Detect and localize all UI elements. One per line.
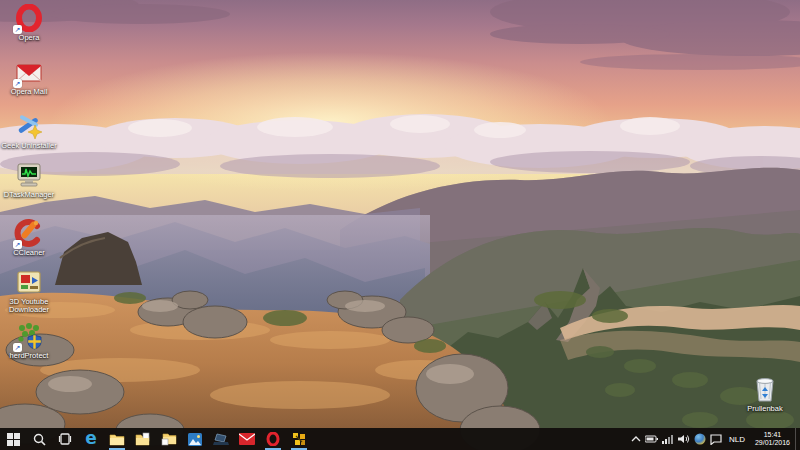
taskbar-laptop-app-button[interactable] — [208, 428, 234, 450]
speaker-icon — [678, 434, 690, 444]
network-signal-icon — [662, 434, 674, 444]
taskbar-photos-button[interactable] — [182, 428, 208, 450]
task-view-button[interactable] — [52, 428, 78, 450]
taskbar-left-group: e — [0, 428, 312, 450]
battery-tray-button[interactable] — [644, 428, 660, 450]
photos-icon — [188, 433, 202, 446]
start-button[interactable] — [0, 428, 26, 450]
desktop-icon-geek-uninstaller[interactable]: Geek Uninstaller — [0, 111, 58, 150]
show-desktop-button[interactable] — [795, 428, 800, 450]
desktop-icon-ccleaner[interactable]: ↗ CCleaner — [0, 218, 58, 257]
dtaskmanager-icon — [14, 160, 44, 190]
herdprotect-icon: ↗ — [14, 321, 44, 351]
desktop-icon-label: CCleaner — [13, 249, 45, 257]
taskbar-opera-mail-button[interactable] — [234, 428, 260, 450]
taskbar-opera-button[interactable] — [260, 428, 286, 450]
taskbar-file-explorer-button[interactable] — [104, 428, 130, 450]
desktop-icon-label: Prullenbak — [747, 405, 782, 413]
battery-icon — [645, 435, 658, 443]
desktop-icon-label: herdProtect — [10, 352, 49, 360]
shortcut-arrow-icon: ↗ — [13, 79, 22, 88]
wallpaper-art — [0, 0, 800, 450]
desktop-icon-3d-youtube-downloader[interactable]: 3D Youtube Downloader — [0, 267, 58, 314]
folder-documents-icon — [135, 432, 151, 446]
taskbar-folder-documents-button[interactable] — [130, 428, 156, 450]
color-ball-app-tray-button[interactable] — [692, 428, 708, 450]
clock-time: 15:41 — [755, 431, 790, 439]
taskbar-clock[interactable]: 15:41 29/01/2016 — [750, 428, 795, 450]
desktop-icon-label: 3D Youtube Downloader — [0, 298, 58, 314]
mail-icon — [239, 433, 255, 445]
desktop-icon-opera[interactable]: ↗ Opera — [0, 3, 58, 42]
file-explorer-icon — [109, 433, 125, 446]
taskbar-folder-files-button[interactable] — [156, 428, 182, 450]
ccleaner-icon: ↗ — [14, 218, 44, 248]
desktop-icon-dtaskmanager[interactable]: DTaskManager — [0, 160, 58, 199]
hidden-icons-button[interactable] — [628, 428, 644, 450]
shortcut-arrow-icon: ↗ — [13, 240, 22, 249]
wallpaper-image — [0, 0, 800, 450]
taskbar-edge-button[interactable]: e — [78, 428, 104, 450]
desktop-icon-label: DTaskManager — [4, 191, 54, 199]
opera-icon: ↗ — [14, 3, 44, 33]
color-ball-app-icon — [694, 433, 706, 445]
shortcut-arrow-icon: ↗ — [13, 25, 22, 34]
taskbar-yellow-blocks-app-button[interactable] — [286, 428, 312, 450]
taskbar: e — [0, 428, 800, 450]
desktop: ↗ Opera ↗ Opera Mail Geek Uninstaller — [0, 0, 800, 450]
action-center-icon — [710, 434, 722, 445]
volume-tray-button[interactable] — [676, 428, 692, 450]
folder-files-icon — [161, 432, 177, 446]
desktop-icon-label: Opera — [19, 34, 40, 42]
action-center-button[interactable] — [708, 428, 724, 450]
desktop-icon-label: Geek Uninstaller — [1, 142, 56, 150]
desktop-icon-recycle-bin[interactable]: Prullenbak — [736, 374, 794, 413]
opera-mail-icon: ↗ — [14, 57, 44, 87]
network-tray-button[interactable] — [660, 428, 676, 450]
shortcut-arrow-icon: ↗ — [13, 343, 22, 352]
yellow-blocks-icon — [292, 432, 306, 446]
3d-youtube-downloader-icon — [14, 267, 44, 297]
search-button[interactable] — [26, 428, 52, 450]
windows-logo-icon — [7, 433, 20, 446]
task-view-icon — [58, 433, 72, 445]
desktop-icon-opera-mail[interactable]: ↗ Opera Mail — [0, 57, 58, 96]
search-icon — [33, 433, 46, 446]
opera-icon — [266, 432, 280, 446]
clock-date: 29/01/2016 — [755, 439, 790, 447]
chevron-up-icon — [631, 436, 641, 442]
edge-icon: e — [85, 430, 97, 447]
system-tray: NLD 15:41 29/01/2016 — [628, 428, 800, 450]
desktop-icon-label: Opera Mail — [11, 88, 48, 96]
language-indicator[interactable]: NLD — [724, 428, 750, 450]
laptop-icon — [213, 433, 229, 446]
recycle-bin-icon — [750, 374, 780, 404]
geek-uninstaller-icon — [14, 111, 44, 141]
desktop-icon-herdprotect[interactable]: ↗ herdProtect — [0, 321, 58, 360]
